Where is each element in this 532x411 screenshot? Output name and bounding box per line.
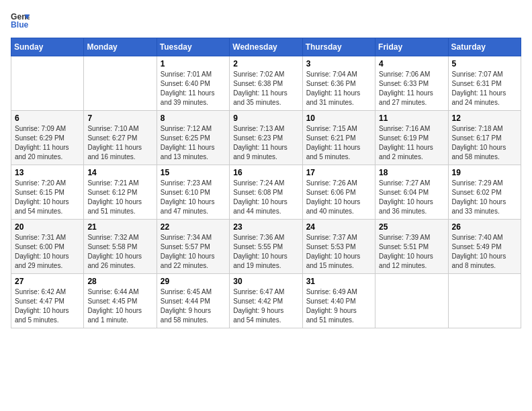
header-tuesday: Tuesday (157, 38, 229, 56)
header-monday: Monday (84, 38, 157, 56)
day-info: Sunrise: 7:36 AM Sunset: 5:55 PM Dayligh… (233, 234, 287, 269)
calendar-cell: 6Sunrise: 7:09 AM Sunset: 6:29 PM Daylig… (11, 111, 84, 165)
day-number: 31 (306, 277, 371, 286)
day-info: Sunrise: 7:21 AM Sunset: 6:12 PM Dayligh… (87, 179, 142, 215)
day-info: Sunrise: 7:34 AM Sunset: 5:57 PM Dayligh… (161, 234, 215, 269)
day-info: Sunrise: 7:31 AM Sunset: 6:00 PM Dayligh… (15, 234, 69, 269)
day-info: Sunrise: 7:10 AM Sunset: 6:27 PM Dayligh… (87, 125, 142, 161)
logo: General Blue (11, 11, 30, 30)
day-number: 14 (87, 168, 152, 177)
calendar-cell: 25Sunrise: 7:39 AM Sunset: 5:51 PM Dayli… (375, 220, 448, 274)
calendar-cell: 12Sunrise: 7:18 AM Sunset: 6:17 PM Dayli… (448, 111, 521, 165)
day-info: Sunrise: 7:20 AM Sunset: 6:15 PM Dayligh… (15, 179, 69, 215)
calendar-cell: 17Sunrise: 7:26 AM Sunset: 6:06 PM Dayli… (302, 165, 375, 220)
day-number: 20 (15, 222, 80, 232)
calendar-cell: 1Sunrise: 7:01 AM Sunset: 6:40 PM Daylig… (157, 56, 229, 111)
day-info: Sunrise: 7:13 AM Sunset: 6:23 PM Dayligh… (233, 125, 287, 161)
calendar-cell: 14Sunrise: 7:21 AM Sunset: 6:12 PM Dayli… (84, 165, 157, 220)
calendar-cell: 2Sunrise: 7:02 AM Sunset: 6:38 PM Daylig… (230, 56, 302, 111)
calendar-cell (375, 274, 448, 328)
header-friday: Friday (375, 38, 448, 56)
day-number: 7 (87, 113, 152, 123)
day-info: Sunrise: 7:01 AM Sunset: 6:40 PM Dayligh… (161, 71, 215, 106)
day-info: Sunrise: 7:27 AM Sunset: 6:04 PM Dayligh… (379, 179, 433, 215)
day-number: 21 (87, 222, 152, 232)
day-info: Sunrise: 7:26 AM Sunset: 6:06 PM Dayligh… (306, 179, 361, 215)
calendar-cell: 3Sunrise: 7:04 AM Sunset: 6:36 PM Daylig… (302, 56, 375, 111)
calendar-cell: 7Sunrise: 7:10 AM Sunset: 6:27 PM Daylig… (84, 111, 157, 165)
day-number: 12 (452, 113, 517, 123)
day-number: 1 (161, 59, 226, 68)
logo-icon: General Blue (11, 11, 30, 30)
day-info: Sunrise: 7:37 AM Sunset: 5:53 PM Dayligh… (306, 234, 361, 269)
day-number: 23 (233, 222, 298, 232)
day-info: Sunrise: 7:18 AM Sunset: 6:17 PM Dayligh… (452, 125, 506, 161)
header-saturday: Saturday (448, 38, 521, 56)
day-number: 18 (379, 168, 444, 177)
day-info: Sunrise: 6:44 AM Sunset: 4:45 PM Dayligh… (87, 288, 142, 324)
header-wednesday: Wednesday (230, 38, 302, 56)
calendar-cell: 22Sunrise: 7:34 AM Sunset: 5:57 PM Dayli… (157, 220, 229, 274)
calendar-cell: 30Sunrise: 6:47 AM Sunset: 4:42 PM Dayli… (230, 274, 302, 328)
day-number: 17 (306, 168, 371, 177)
day-number: 19 (452, 168, 517, 177)
calendar-week-row: 6Sunrise: 7:09 AM Sunset: 6:29 PM Daylig… (11, 111, 521, 165)
calendar-table: SundayMondayTuesdayWednesdayThursdayFrid… (11, 38, 521, 328)
calendar-cell: 9Sunrise: 7:13 AM Sunset: 6:23 PM Daylig… (230, 111, 302, 165)
day-number: 11 (379, 113, 444, 123)
day-number: 28 (87, 277, 152, 286)
calendar-cell: 31Sunrise: 6:49 AM Sunset: 4:40 PM Dayli… (302, 274, 375, 328)
calendar-cell: 15Sunrise: 7:23 AM Sunset: 6:10 PM Dayli… (157, 165, 229, 220)
day-number: 30 (233, 277, 298, 286)
day-number: 10 (306, 113, 371, 123)
day-number: 9 (233, 113, 298, 123)
day-number: 24 (306, 222, 371, 232)
day-info: Sunrise: 7:40 AM Sunset: 5:49 PM Dayligh… (452, 234, 506, 269)
day-info: Sunrise: 7:24 AM Sunset: 6:08 PM Dayligh… (233, 179, 287, 215)
calendar-cell: 8Sunrise: 7:12 AM Sunset: 6:25 PM Daylig… (157, 111, 229, 165)
day-number: 13 (15, 168, 80, 177)
day-number: 6 (15, 113, 80, 123)
calendar-cell: 21Sunrise: 7:32 AM Sunset: 5:58 PM Dayli… (84, 220, 157, 274)
calendar-cell: 23Sunrise: 7:36 AM Sunset: 5:55 PM Dayli… (230, 220, 302, 274)
day-info: Sunrise: 7:12 AM Sunset: 6:25 PM Dayligh… (161, 125, 215, 161)
day-number: 4 (379, 59, 444, 68)
day-info: Sunrise: 7:16 AM Sunset: 6:19 PM Dayligh… (379, 125, 433, 161)
calendar-cell (11, 56, 84, 111)
page-header: General Blue (11, 11, 521, 30)
calendar-cell (448, 274, 521, 328)
header-sunday: Sunday (11, 38, 84, 56)
calendar-cell (84, 56, 157, 111)
calendar-cell: 16Sunrise: 7:24 AM Sunset: 6:08 PM Dayli… (230, 165, 302, 220)
day-info: Sunrise: 7:23 AM Sunset: 6:10 PM Dayligh… (161, 179, 215, 215)
day-info: Sunrise: 7:29 AM Sunset: 6:02 PM Dayligh… (452, 179, 506, 215)
day-info: Sunrise: 7:02 AM Sunset: 6:38 PM Dayligh… (233, 71, 287, 106)
day-number: 25 (379, 222, 444, 232)
calendar-week-row: 27Sunrise: 6:42 AM Sunset: 4:47 PM Dayli… (11, 274, 521, 328)
day-info: Sunrise: 7:06 AM Sunset: 6:33 PM Dayligh… (379, 71, 433, 106)
calendar-cell: 5Sunrise: 7:07 AM Sunset: 6:31 PM Daylig… (448, 56, 521, 111)
calendar-cell: 4Sunrise: 7:06 AM Sunset: 6:33 PM Daylig… (375, 56, 448, 111)
day-number: 16 (233, 168, 298, 177)
calendar-cell: 18Sunrise: 7:27 AM Sunset: 6:04 PM Dayli… (375, 165, 448, 220)
day-number: 15 (161, 168, 226, 177)
calendar-cell: 28Sunrise: 6:44 AM Sunset: 4:45 PM Dayli… (84, 274, 157, 328)
day-info: Sunrise: 7:04 AM Sunset: 6:36 PM Dayligh… (306, 71, 361, 106)
day-number: 29 (161, 277, 226, 286)
calendar-cell: 19Sunrise: 7:29 AM Sunset: 6:02 PM Dayli… (448, 165, 521, 220)
day-number: 26 (452, 222, 517, 232)
day-number: 27 (15, 277, 80, 286)
calendar-cell: 29Sunrise: 6:45 AM Sunset: 4:44 PM Dayli… (157, 274, 229, 328)
svg-text:Blue: Blue (11, 20, 29, 30)
day-info: Sunrise: 6:47 AM Sunset: 4:42 PM Dayligh… (233, 288, 284, 324)
day-number: 8 (161, 113, 226, 123)
day-info: Sunrise: 6:49 AM Sunset: 4:40 PM Dayligh… (306, 288, 357, 324)
calendar-week-row: 13Sunrise: 7:20 AM Sunset: 6:15 PM Dayli… (11, 165, 521, 220)
day-number: 22 (161, 222, 226, 232)
calendar-week-row: 20Sunrise: 7:31 AM Sunset: 6:00 PM Dayli… (11, 220, 521, 274)
calendar-week-row: 1Sunrise: 7:01 AM Sunset: 6:40 PM Daylig… (11, 56, 521, 111)
day-info: Sunrise: 7:09 AM Sunset: 6:29 PM Dayligh… (15, 125, 69, 161)
day-number: 5 (452, 59, 517, 68)
day-info: Sunrise: 6:42 AM Sunset: 4:47 PM Dayligh… (15, 288, 69, 324)
calendar-cell: 11Sunrise: 7:16 AM Sunset: 6:19 PM Dayli… (375, 111, 448, 165)
